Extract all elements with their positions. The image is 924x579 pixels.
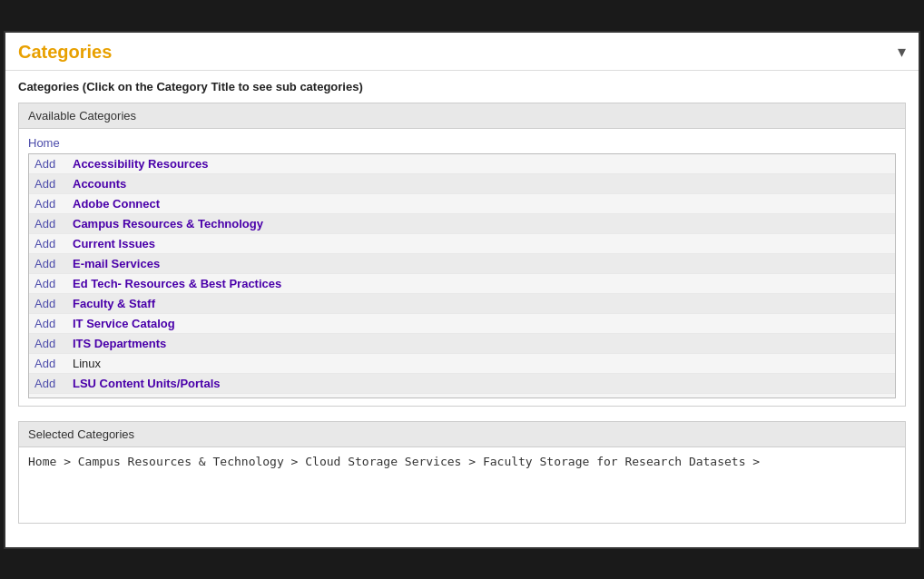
add-category-link[interactable]: Add xyxy=(34,257,60,270)
main-container: Categories ▾ Categories (Click on the Ca… xyxy=(4,31,920,549)
category-name-label[interactable]: Campus Resources & Technology xyxy=(73,217,263,231)
available-categories-header: Available Categories xyxy=(19,103,905,129)
category-name-label[interactable]: Current Issues xyxy=(73,237,155,250)
add-category-link[interactable]: Add xyxy=(34,277,60,290)
category-name-label[interactable]: Linux xyxy=(73,357,101,370)
add-category-link[interactable]: Add xyxy=(34,157,60,171)
categories-list[interactable]: AddAccessibility ResourcesAddAccountsAdd… xyxy=(28,153,896,398)
add-category-link[interactable]: Add xyxy=(34,237,60,250)
list-item: AddE-mail Services xyxy=(29,254,895,274)
category-name-label[interactable]: IT Service Catalog xyxy=(73,317,175,330)
list-item: AddAccounts xyxy=(29,174,895,194)
chevron-down-icon[interactable]: ▾ xyxy=(898,42,906,62)
category-name-label[interactable]: E-mail Services xyxy=(73,257,160,270)
selected-categories-content xyxy=(19,447,905,523)
list-item: AddLinux xyxy=(29,354,895,374)
selected-categories-section: Selected Categories xyxy=(18,421,906,524)
category-name-label[interactable]: Accessibility Resources xyxy=(73,157,209,171)
add-category-link[interactable]: Add xyxy=(34,357,60,370)
category-name-label[interactable]: Accounts xyxy=(73,177,126,191)
list-item: AddLSU Content Units/Portals xyxy=(29,374,895,394)
add-category-link[interactable]: Add xyxy=(34,217,60,231)
add-category-link[interactable]: Add xyxy=(34,177,60,191)
list-item: AddITS Departments xyxy=(29,334,895,354)
category-name-label[interactable]: LSU Online xyxy=(73,397,136,398)
header: Categories ▾ xyxy=(5,33,919,71)
selected-categories-header: Selected Categories xyxy=(19,422,905,447)
instruction-text: Categories (Click on the Category Title … xyxy=(18,80,906,93)
list-item: AddCurrent Issues xyxy=(29,234,895,254)
home-label: Home xyxy=(28,136,896,150)
add-category-link[interactable]: Add xyxy=(34,197,60,211)
list-item: AddLSU Online xyxy=(29,394,895,398)
content-area: Categories (Click on the Category Title … xyxy=(5,71,919,547)
list-item: AddEd Tech- Resources & Best Practices xyxy=(29,274,895,294)
available-categories-content: Home AddAccessibility ResourcesAddAccoun… xyxy=(19,129,905,406)
category-name-label[interactable]: LSU Content Units/Portals xyxy=(73,377,221,390)
selected-path-textarea[interactable] xyxy=(19,447,905,520)
add-category-link[interactable]: Add xyxy=(34,297,60,310)
category-name-label[interactable]: Adobe Connect xyxy=(73,197,160,211)
list-item: AddIT Service Catalog xyxy=(29,314,895,334)
category-name-label[interactable]: ITS Departments xyxy=(73,337,166,350)
list-item: AddCampus Resources & Technology xyxy=(29,214,895,234)
available-categories-section: Available Categories Home AddAccessibili… xyxy=(18,103,906,407)
category-name-label[interactable]: Faculty & Staff xyxy=(73,297,155,310)
list-item: AddAdobe Connect xyxy=(29,194,895,214)
list-item: AddAccessibility Resources xyxy=(29,154,895,174)
page-title: Categories xyxy=(18,42,112,63)
category-name-label[interactable]: Ed Tech- Resources & Best Practices xyxy=(73,277,281,290)
available-categories-label: Available Categories xyxy=(28,109,136,123)
add-category-link[interactable]: Add xyxy=(34,317,60,330)
list-item: AddFaculty & Staff xyxy=(29,294,895,314)
selected-categories-label: Selected Categories xyxy=(28,427,134,441)
add-category-link[interactable]: Add xyxy=(34,337,60,350)
add-category-link[interactable]: Add xyxy=(34,377,60,390)
add-category-link[interactable]: Add xyxy=(34,397,60,398)
